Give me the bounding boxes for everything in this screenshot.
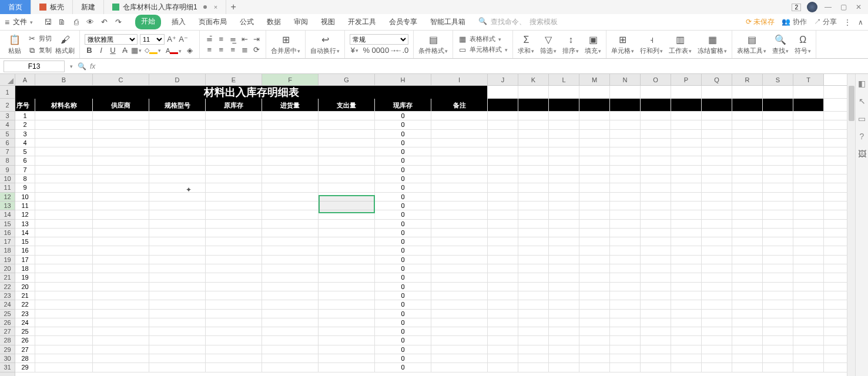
cell-D24[interactable] [149,300,206,308]
cell-G24[interactable] [319,300,375,308]
cell-J20[interactable] [488,264,518,273]
cell-O26[interactable] [641,318,671,327]
cell-N29[interactable] [610,345,641,354]
strike-button[interactable]: A̶ [120,46,129,55]
cell-K29[interactable] [518,345,549,354]
cell-B13[interactable] [35,202,93,210]
cell-P17[interactable] [671,237,702,246]
cell-O14[interactable] [641,210,671,219]
table-tools[interactable]: ▤表格工具▾ [737,34,766,55]
cell-O15[interactable] [641,220,671,228]
cell-M11[interactable] [579,183,610,192]
cell-O10[interactable] [641,174,671,183]
cell-R5[interactable] [732,130,763,138]
bold-button[interactable]: B [85,46,94,55]
cell-A24[interactable]: 22 [15,300,35,308]
cell-D5[interactable] [149,130,206,138]
cell-T29[interactable] [793,345,824,354]
number-format[interactable]: 常规 [350,34,408,45]
table-style[interactable]: ▦表格样式▾ [458,35,508,44]
cell-E9[interactable] [206,166,262,174]
cell-B16[interactable] [35,229,93,237]
cell-E16[interactable] [206,229,262,237]
indent-dec[interactable]: ⇤ [240,35,249,44]
cell-T15[interactable] [793,220,824,228]
cell-S9[interactable] [763,166,793,174]
cell-O13[interactable] [641,202,671,210]
cell-M16[interactable] [579,229,610,237]
cell-R25[interactable] [732,310,763,318]
cell-F23[interactable] [262,291,319,300]
vertical-scrollbar[interactable] [847,74,855,376]
cell-Q28[interactable] [702,336,732,344]
cell-A3[interactable]: 1 [15,112,35,120]
cell-R26[interactable] [732,318,763,327]
cell-P13[interactable] [671,202,702,210]
cell-G7[interactable] [319,147,375,156]
cell-R14[interactable] [732,210,763,219]
cell-A13[interactable]: 11 [15,202,35,210]
minimize-button[interactable]: — [823,2,833,12]
cell-Q9[interactable] [702,166,732,174]
row-header-5[interactable]: 5 [0,130,15,139]
cell-C25[interactable] [93,310,149,318]
cell-T25[interactable] [793,310,824,318]
cell-J23[interactable] [488,291,518,300]
cell-I8[interactable] [431,156,488,164]
cell-E30[interactable] [206,354,262,362]
cell-O20[interactable] [641,264,671,273]
cell-E18[interactable] [206,246,262,254]
cell-O21[interactable] [641,273,671,281]
cell-B26[interactable] [35,318,93,327]
cell-D31[interactable] [149,363,206,371]
cell-A5[interactable]: 3 [15,130,35,138]
cell-H31[interactable]: 0 [375,363,431,371]
cell-L7[interactable] [549,147,579,156]
cell-B20[interactable] [35,264,93,273]
cell-I26[interactable] [431,318,488,327]
cell-F5[interactable] [262,130,319,138]
cell-I27[interactable] [431,327,488,335]
cell-I7[interactable] [431,147,488,156]
cell-P5[interactable] [671,130,702,138]
cell-A10[interactable]: 8 [15,174,35,183]
menu-tab-1[interactable]: 插入 [169,15,188,29]
cell-R13[interactable] [732,202,763,210]
cell-T16[interactable] [793,229,824,237]
paste-button[interactable]: 📋粘贴 [8,34,21,55]
cell-O17[interactable] [641,237,671,246]
col-header-O[interactable]: O [641,74,671,85]
cell-N8[interactable] [610,156,641,164]
cell-L26[interactable] [549,318,579,327]
cell-O3[interactable] [641,112,671,120]
cell-G9[interactable] [319,166,375,174]
cell-H30[interactable]: 0 [375,354,431,362]
cell-J12[interactable] [488,193,518,201]
cell-S18[interactable] [763,246,793,254]
cell-C17[interactable] [93,237,149,246]
cell-G15[interactable] [319,220,375,228]
cell-S8[interactable] [763,156,793,164]
align-right[interactable]: ≡ [228,45,237,55]
cell-N19[interactable] [610,256,641,264]
col-header-C[interactable]: C [93,74,149,85]
cell-I17[interactable] [431,237,488,246]
cell-L29[interactable] [549,345,579,354]
row-header-8[interactable]: 8 [0,156,15,165]
cell-N4[interactable] [610,120,641,129]
cell-J18[interactable] [488,246,518,254]
thousands-button[interactable]: 000 [373,46,383,55]
cell-C21[interactable] [93,273,149,281]
cell-A26[interactable]: 24 [15,318,35,327]
cell-R8[interactable] [732,156,763,164]
cell-G11[interactable] [319,183,375,192]
cell-B11[interactable] [35,183,93,192]
cell-N10[interactable] [610,174,641,183]
cell-J13[interactable] [488,202,518,210]
cell-style[interactable]: ▭单元格样式▾ [458,45,508,55]
cell-F27[interactable] [262,327,319,335]
cell-K4[interactable] [518,120,549,129]
col-header-G[interactable]: G [319,74,375,85]
cell-I10[interactable] [431,174,488,183]
cell-P25[interactable] [671,310,702,318]
